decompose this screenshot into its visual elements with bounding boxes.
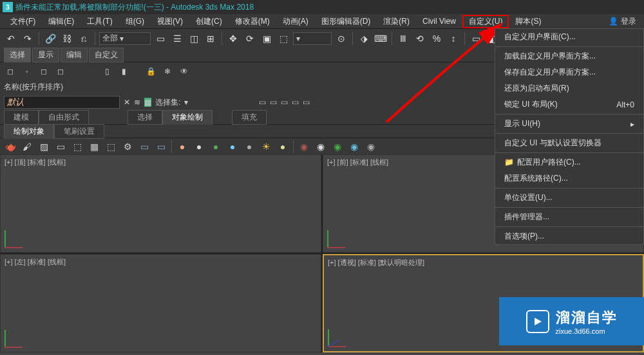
tab-display[interactable]: 显示 [32,48,59,62]
drop-icon[interactable]: ⬚ [71,140,84,153]
menu-group[interactable]: 组(G) [119,15,151,28]
sphere2-icon[interactable]: ● [193,140,205,153]
teapot-icon[interactable]: 🫖 [4,140,17,153]
percent-snap-icon[interactable]: % [430,32,444,46]
menu-grapheditors[interactable]: 图形编辑器(D) [315,15,377,28]
dd-revert-layout[interactable]: 还原为启动布局(R) [495,80,643,96]
selset-btn2-icon[interactable]: ▭ [270,98,277,107]
small5-icon[interactable]: ◉ [365,140,377,153]
dd-defaults-switcher[interactable]: 自定义 UI 与默认设置切换器 [495,135,643,151]
panel-icon[interactable]: ▭ [138,140,151,153]
move-icon[interactable]: ✥ [226,32,240,46]
dd-show-ui[interactable]: 显示 UI(H)▸ [495,116,643,132]
selection-filter-dropdown[interactable]: 全部 ▾ [99,32,151,45]
filter-btn2-icon[interactable]: ≋ [134,98,140,107]
snap-toggle-icon[interactable]: Ⅲ [396,32,410,46]
filter-btn1-icon[interactable]: ✕ [124,98,130,107]
menu-animation[interactable]: 动画(A) [276,15,315,28]
menu-tools[interactable]: 工具(T) [80,15,118,28]
dd-units-setup[interactable]: 单位设置(U)... [495,190,643,206]
menu-customize[interactable]: 自定义(U) [462,15,509,28]
ref-coord-dropdown[interactable]: ▾ [293,32,332,45]
small4-icon[interactable]: ◉ [348,140,361,153]
ribbon-tab-select[interactable]: 选择 [128,110,162,125]
moon-icon[interactable]: ● [276,140,289,153]
unlink-icon[interactable]: ⛓ [60,32,74,46]
ribbon-tab-fill[interactable]: 填充 [232,110,267,125]
menu-modifiers[interactable]: 修改器(M) [229,15,276,28]
subtab-brushsettings[interactable]: 笔刷设置 [54,124,104,139]
small2-icon[interactable]: ◉ [314,140,327,153]
selset-btn5-icon[interactable]: ▭ [303,98,310,107]
small1-icon[interactable]: ◉ [298,140,310,153]
tool-icon[interactable]: ⬚ [104,140,117,153]
dd-load-scheme[interactable]: 加载自定义用户界面方案... [495,48,643,64]
select-name-icon[interactable]: ☰ [170,32,184,46]
grid-icon[interactable]: ▦ [88,140,100,153]
undo-icon[interactable]: ↶ [4,32,18,46]
viewport-left[interactable]: [+] [左] [标准] [线框] [0,254,321,352]
freeze-icon[interactable]: ❄ [161,65,174,78]
sphere4-icon[interactable]: ● [226,140,239,153]
select-set-dropdown[interactable]: ▾ [184,98,255,107]
menu-civilview[interactable]: Civil View [416,15,462,27]
menu-file[interactable]: 文件(F) [4,15,42,28]
placement-icon[interactable]: ⬚ [276,32,290,46]
redo-icon[interactable]: ↷ [21,32,35,46]
dd-preferences[interactable]: 首选项(P)... [495,228,643,244]
link-icon[interactable]: 🔗 [43,32,57,46]
visibility-icon[interactable]: 👁 [178,65,191,78]
dd-lock-layout[interactable]: 锁定 UI 布局(K)Alt+0 [495,96,643,113]
dd-save-scheme[interactable]: 保存自定义用户界面方案... [495,64,643,80]
sphere5-icon[interactable]: ● [243,140,256,153]
ribbon-tab-freeform[interactable]: 自由形式 [39,110,89,125]
sun-icon[interactable]: ☀ [260,140,272,153]
dd-plugin-manager[interactable]: 插件管理器... [495,209,643,225]
tab-edit[interactable]: 编辑 [61,48,88,62]
small3-icon[interactable]: ◉ [331,140,344,153]
dd-system-paths[interactable]: 配置系统路径(C)... [495,170,643,187]
bind-icon[interactable]: ⎌ [77,32,91,46]
selset-btn1-icon[interactable]: ▭ [259,98,266,107]
menu-views[interactable]: 视图(V) [151,15,189,28]
named-sel-icon[interactable]: ▭ [469,32,483,46]
login-button[interactable]: 👤 登录 [605,16,640,27]
filter-light-icon[interactable]: ◦ [21,65,33,78]
filter-helper-icon[interactable]: ▯ [100,65,113,78]
display-icon[interactable]: ▭ [155,140,167,153]
menu-edit[interactable]: 编辑(E) [42,15,80,28]
angle-snap-icon[interactable]: ⟲ [413,32,427,46]
select-region-icon[interactable]: ◫ [187,32,201,46]
pivot-icon[interactable]: ⊙ [334,32,348,46]
rotate-icon[interactable]: ⟳ [243,32,257,46]
menu-render[interactable]: 渲染(R) [377,15,416,28]
dd-user-paths[interactable]: 📁配置用户路径(C)... [495,154,643,170]
sphere3-icon[interactable]: ● [209,140,222,153]
selset-btn4-icon[interactable]: ▭ [292,98,299,107]
paint-icon[interactable]: ▨ [37,140,50,153]
selection-filter-input[interactable] [4,96,120,109]
filter-cam-icon[interactable]: ◻ [54,65,67,78]
menu-scripts[interactable]: 脚本(S) [509,15,547,28]
tab-customize[interactable]: 自定义 [89,48,124,62]
gear-icon[interactable]: ⚙ [121,140,134,153]
ribbon-tab-modeling[interactable]: 建模 [4,110,39,125]
filter-shape-icon[interactable]: ◻ [37,65,50,78]
sphere1-icon[interactable]: ● [176,140,189,153]
filter-space-icon[interactable]: ▮ [117,65,130,78]
ribbon-tab-objectpaint[interactable]: 对象绘制 [162,110,213,125]
keyboard-icon[interactable]: ⌨ [374,32,388,46]
spinner-snap-icon[interactable]: ↕ [446,32,460,46]
subtab-drawobject[interactable]: 绘制对象 [4,124,54,139]
viewport-top[interactable]: [+] [顶] [标准] [线框] [0,154,321,253]
window-crossing-icon[interactable]: ⊞ [204,32,218,46]
menu-create[interactable]: 创建(C) [189,15,229,28]
brush-icon[interactable]: 🖌 [21,140,33,153]
filter-geo-icon[interactable]: ◻ [4,65,17,78]
erase-icon[interactable]: ▭ [54,140,67,153]
dd-custom-ui[interactable]: 自定义用户界面(C)... [495,29,643,45]
filter-btn3-icon[interactable]: ▦ [144,98,151,107]
tab-select[interactable]: 选择 [4,48,31,62]
scale-icon[interactable]: ▣ [260,32,274,46]
lock-icon[interactable]: 🔒 [144,65,157,78]
